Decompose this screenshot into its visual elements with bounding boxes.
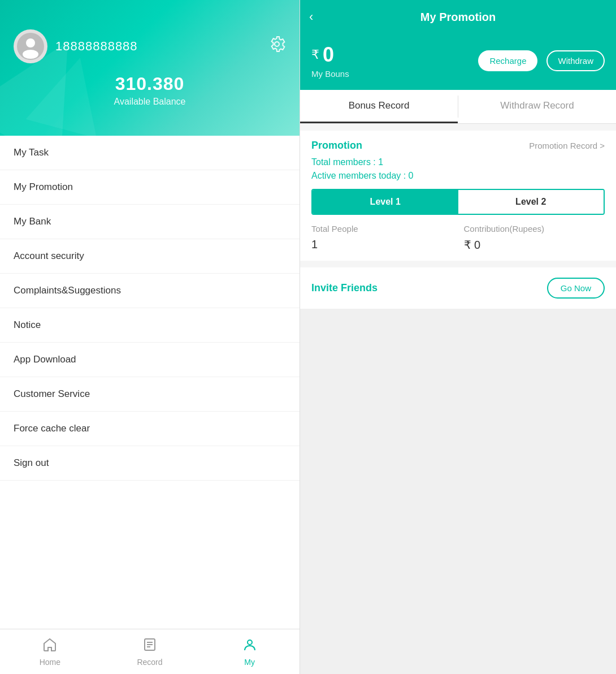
menu-list: My Task My Promotion My Bank Account sec… <box>0 136 300 629</box>
total-people-value: 1 <box>311 238 453 251</box>
nav-home[interactable]: Home <box>0 637 100 667</box>
bottom-nav: Home Record My <box>0 629 300 674</box>
menu-item-customer-service[interactable]: Customer Service <box>0 377 300 412</box>
username: 18888888888 <box>55 39 138 54</box>
level-tab-2[interactable]: Level 2 <box>458 190 604 214</box>
bonus-amount: 0 <box>323 43 334 67</box>
profile-header: 18888888888 310.380 Available Balance <box>0 0 300 136</box>
invite-section: Invite Friends Go Now <box>300 267 616 309</box>
total-members: Total members : 1 <box>311 157 605 167</box>
my-bonus-label: My Bouns <box>311 69 469 79</box>
recharge-button[interactable]: Recharge <box>478 50 537 71</box>
menu-item-sign-out[interactable]: Sign out <box>0 446 300 481</box>
tab-bonus-record[interactable]: Bonus Record <box>300 90 458 123</box>
right-header: ‹ My Promotion <box>300 0 616 34</box>
menu-item-account-security[interactable]: Account security <box>0 239 300 274</box>
avatar <box>14 29 47 63</box>
withdraw-button[interactable]: Withdraw <box>546 50 605 71</box>
contribution-value: ₹ 0 <box>464 238 605 252</box>
home-icon <box>42 637 57 655</box>
nav-my-label: My <box>244 658 255 667</box>
gear-icon[interactable] <box>268 35 286 57</box>
stats-grid: Total People 1 Contribution(Rupees) ₹ 0 <box>311 224 605 252</box>
contribution-label: Contribution(Rupees) <box>464 224 605 234</box>
menu-item-force-cache-clear[interactable]: Force cache clear <box>0 412 300 446</box>
promotion-title: Promotion <box>311 140 362 152</box>
balance-amount: 310.380 <box>114 74 186 94</box>
nav-record[interactable]: Record <box>100 637 200 667</box>
invite-label: Invite Friends <box>311 282 378 294</box>
menu-item-app-download[interactable]: App Download <box>0 343 300 377</box>
active-members: Active members today : 0 <box>311 171 605 181</box>
nav-my[interactable]: My <box>199 637 300 667</box>
level-tabs: Level 1 Level 2 <box>311 189 605 215</box>
menu-item-complaints-suggestions[interactable]: Complaints&Suggestions <box>0 274 300 308</box>
right-panel: ‹ My Promotion ₹ 0 My Bouns Recharge Wit… <box>300 0 616 674</box>
tabs-row: Bonus Record Withdraw Record <box>300 90 616 124</box>
menu-item-notice[interactable]: Notice <box>0 308 300 343</box>
right-title: My Promotion <box>420 11 496 24</box>
menu-item-my-bank[interactable]: My Bank <box>0 205 300 239</box>
nav-home-label: Home <box>40 658 60 667</box>
content-gray-area <box>300 309 616 674</box>
nav-record-label: Record <box>137 658 162 667</box>
total-people-label: Total People <box>311 224 453 234</box>
contribution-col: Contribution(Rupees) ₹ 0 <box>464 224 605 252</box>
tab-withdraw-record[interactable]: Withdraw Record <box>458 90 616 123</box>
rupee-symbol: ₹ <box>311 47 319 62</box>
record-icon <box>142 637 157 655</box>
promotion-header: Promotion Promotion Record > <box>311 140 605 152</box>
my-icon <box>242 637 257 655</box>
balance-label: Available Balance <box>114 97 186 107</box>
svg-point-7 <box>248 640 252 645</box>
total-people-col: Total People 1 <box>311 224 453 252</box>
promotion-section: Promotion Promotion Record > Total membe… <box>300 131 616 261</box>
menu-item-my-task[interactable]: My Task <box>0 136 300 170</box>
menu-item-my-promotion[interactable]: My Promotion <box>0 170 300 205</box>
left-panel: 18888888888 310.380 Available Balance My… <box>0 0 300 674</box>
bonus-header: ₹ 0 My Bouns Recharge Withdraw <box>300 34 616 90</box>
back-button[interactable]: ‹ <box>309 10 313 24</box>
go-now-button[interactable]: Go Now <box>547 278 605 299</box>
level-tab-1[interactable]: Level 1 <box>313 190 458 214</box>
svg-point-1 <box>26 38 35 47</box>
bonus-amount-section: ₹ 0 My Bouns <box>311 43 469 79</box>
promotion-record-link[interactable]: Promotion Record > <box>529 141 605 150</box>
svg-point-2 <box>23 50 38 59</box>
